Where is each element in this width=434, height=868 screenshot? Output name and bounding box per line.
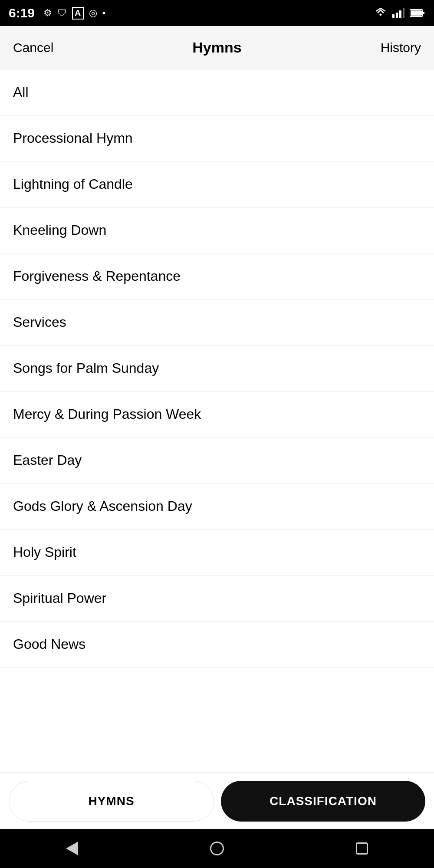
back-button[interactable]	[66, 842, 78, 855]
android-nav-bar	[0, 829, 434, 868]
list-item[interactable]: Gods Glory & Ascension Day	[0, 483, 434, 529]
status-icons: ⚙ 🛡 A ◎ •	[43, 7, 105, 20]
svg-rect-2	[399, 10, 401, 18]
signal-icon	[392, 8, 404, 18]
list-item[interactable]: Services	[0, 299, 434, 345]
dot-icon: •	[102, 7, 106, 19]
list-item[interactable]: Kneeling Down	[0, 207, 434, 253]
hymns-tab[interactable]: HYMNS	[9, 781, 214, 822]
page-title: Hymns	[149, 39, 285, 56]
font-icon: A	[72, 7, 83, 20]
list-item[interactable]: Songs for Palm Sunday	[0, 345, 434, 391]
status-time: 6:19	[9, 6, 35, 20]
shield-icon: 🛡	[57, 7, 67, 19]
list-item[interactable]: Easter Day	[0, 437, 434, 483]
status-bar: 6:19 ⚙ 🛡 A ◎ •	[0, 0, 434, 26]
settings-icon: ⚙	[43, 7, 52, 19]
svg-rect-0	[392, 14, 395, 18]
classification-tab[interactable]: CLASSIFICATION	[221, 781, 425, 822]
wifi-icon	[374, 8, 387, 18]
list-item[interactable]: All	[0, 69, 434, 115]
list-item[interactable]: Lightning of Candle	[0, 161, 434, 207]
list-item[interactable]: Processional Hymn	[0, 115, 434, 161]
status-right-icons	[374, 8, 425, 18]
back-icon	[66, 842, 78, 855]
tab-bar: HYMNS CLASSIFICATION	[0, 773, 434, 829]
list-item[interactable]: Mercy & During Passion Week	[0, 391, 434, 437]
list-item[interactable]: Holy Spirit	[0, 529, 434, 575]
list-item[interactable]: Forgiveness & Repentance	[0, 253, 434, 299]
list-item[interactable]: Spiritual Power	[0, 575, 434, 621]
cancel-button[interactable]: Cancel	[13, 40, 149, 55]
circle-icon: ◎	[89, 7, 97, 19]
hymn-category-list: AllProcessional HymnLightning of CandleK…	[0, 69, 434, 773]
svg-rect-3	[403, 8, 404, 18]
battery-icon	[410, 9, 425, 17]
recents-button[interactable]	[356, 842, 368, 855]
svg-rect-1	[396, 13, 398, 18]
svg-rect-6	[411, 10, 422, 16]
home-button[interactable]	[210, 842, 224, 855]
svg-rect-5	[423, 12, 424, 14]
recents-icon	[356, 842, 368, 855]
history-button[interactable]: History	[285, 40, 421, 55]
app-header: Cancel Hymns History	[0, 26, 434, 69]
list-item[interactable]: Good News	[0, 621, 434, 667]
home-icon	[210, 842, 224, 855]
